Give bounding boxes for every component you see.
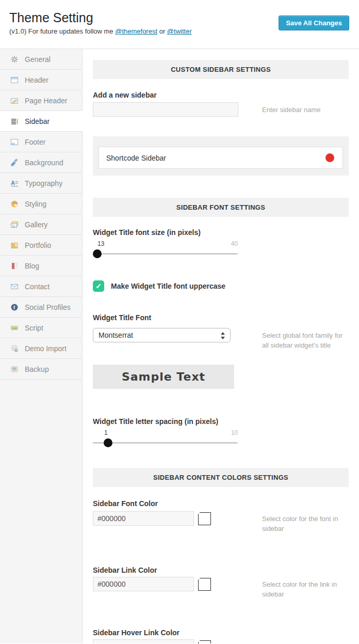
- letter-spacing-label: Widget Title letter spacing (in pixels): [93, 418, 349, 425]
- nav-label: Contact: [25, 282, 50, 291]
- nav-item-social-profiles[interactable]: f Social Profiles: [0, 297, 83, 318]
- nav-label: Sidebar: [25, 117, 50, 125]
- nav-label: General: [25, 55, 51, 64]
- envelope-icon: [10, 282, 19, 291]
- add-sidebar-input[interactable]: [93, 102, 238, 117]
- nav-label: Page Header: [25, 97, 68, 105]
- nav-item-footer[interactable]: Footer: [0, 132, 83, 152]
- font-size-slider-track[interactable]: [93, 253, 238, 255]
- nav-item-background[interactable]: Background: [0, 152, 83, 173]
- sidebar-font-color-hint: Select color for the font in sidebar: [262, 511, 349, 533]
- sidebar-hover-link-color-input[interactable]: [93, 639, 194, 643]
- sidebar-link-color-hint: Select color for the link in sidebar: [262, 577, 349, 599]
- nav-item-contact[interactable]: Contact: [0, 276, 83, 297]
- nav-item-typography[interactable]: A Typography: [0, 173, 83, 194]
- section-sidebar-font-settings: SIDEBAR FONT SETTINGS: [93, 198, 349, 217]
- twitter-link[interactable]: @twitter: [167, 27, 192, 35]
- subtitle-text-middle: or: [157, 27, 167, 35]
- sidebar-font-color-label: Sidebar Font Color: [93, 500, 349, 507]
- page-header: Theme Setting (v1.0) For future updates …: [0, 0, 359, 49]
- database-plus-icon: [10, 344, 19, 353]
- nav-item-page-header[interactable]: Page Header: [0, 90, 83, 111]
- color-picker-button[interactable]: [198, 578, 211, 591]
- sidebar-hover-link-color-hint: Select color for the hover font in sideb…: [262, 639, 349, 643]
- gear-icon: [10, 55, 19, 64]
- nav-label: Footer: [25, 138, 45, 146]
- color-picker-button[interactable]: [198, 640, 211, 644]
- sidebar-name: Shortcode Sidebar: [106, 154, 166, 162]
- sidebar-hover-link-color-label: Sidebar Hover Link Color: [93, 629, 349, 636]
- nav-label: Script: [25, 324, 43, 332]
- sidebar-link-color-input[interactable]: [93, 577, 194, 591]
- font-size-max-value: 40: [231, 240, 238, 247]
- nav-label: Background: [25, 159, 63, 167]
- nav-label: Portfolio: [25, 241, 51, 249]
- social-bubble-icon: f: [10, 303, 19, 311]
- footer-layout-icon: [10, 138, 19, 146]
- nav-label: Typography: [25, 179, 62, 187]
- selected-font: Montserrat: [99, 331, 133, 339]
- themeforest-link[interactable]: @themeforest: [115, 27, 157, 35]
- add-sidebar-hint: Enter sidebar name: [262, 102, 349, 115]
- font-size-slider: 13 40: [93, 240, 238, 259]
- section-custom-sidebar-settings: CUSTOM SIDEBAR SETTINGS: [93, 60, 349, 79]
- nav-item-general[interactable]: General: [0, 49, 83, 70]
- sidebar-list-icon: [10, 117, 19, 125]
- nav-label: Social Profiles: [25, 303, 71, 311]
- font-preview-box: Sample Text: [93, 365, 234, 389]
- letter-spacing-current-value: 1: [104, 429, 108, 436]
- sidebar-list-row: Shortcode Sidebar: [99, 147, 343, 169]
- letter-spacing-slider-track[interactable]: [93, 442, 238, 444]
- font-size-label: Widget Title font size (in pixels): [93, 229, 349, 236]
- widget-title-font-select[interactable]: Montserrat: [93, 328, 231, 342]
- settings-content: CUSTOM SIDEBAR SETTINGS Add a new sideba…: [83, 49, 359, 643]
- folder-icon: [10, 241, 19, 249]
- paint-brush-icon: [10, 159, 19, 167]
- css-tag-icon: css: [10, 324, 19, 332]
- nav-label: Styling: [25, 200, 46, 208]
- section-sidebar-content-colors: SIDEBAR CONTENT COLORS SETTINGS: [93, 468, 349, 487]
- nav-item-gallery[interactable]: Gallery: [0, 214, 83, 235]
- nav-label: Gallery: [25, 221, 47, 229]
- delete-sidebar-button[interactable]: [325, 153, 334, 162]
- nav-item-demo-import[interactable]: Demo Import: [0, 338, 83, 359]
- uppercase-checkbox-label: Make Widget Title font uppercase: [111, 282, 225, 290]
- sidebar-link-color-label: Sidebar Link Color: [93, 567, 349, 574]
- page-edit-icon: [10, 97, 19, 105]
- gallery-icon: [10, 221, 19, 229]
- svg-text:A: A: [11, 180, 15, 186]
- nav-item-blog[interactable]: Blog: [0, 256, 83, 276]
- header-layout-icon: [10, 76, 19, 84]
- widget-title-font-label: Widget Title Font: [93, 314, 349, 321]
- svg-text:css: css: [12, 326, 17, 329]
- nav-label: Backup: [25, 365, 49, 373]
- nav-item-sidebar[interactable]: Sidebar: [0, 111, 83, 132]
- select-arrows-icon: [221, 332, 225, 340]
- uppercase-checkbox[interactable]: [93, 280, 104, 292]
- font-preview-text: Sample Text: [122, 370, 205, 383]
- widget-title-font-hint: Select global font family for all sideba…: [262, 328, 349, 350]
- add-sidebar-label: Add a new sidebar: [93, 91, 349, 99]
- nav-item-backup[interactable]: Backup: [0, 359, 83, 380]
- palette-icon: [10, 200, 19, 208]
- sidebar-list-panel: Shortcode Sidebar: [93, 136, 349, 176]
- nav-item-script[interactable]: css Script: [0, 318, 83, 338]
- sidebar-font-color-input[interactable]: [93, 511, 194, 526]
- subtitle-text: (v1.0) For future updates follow me: [9, 27, 115, 35]
- color-picker-button[interactable]: [198, 512, 211, 525]
- nav-item-portfolio[interactable]: Portfolio: [0, 235, 83, 256]
- save-all-changes-button[interactable]: Save All Changes: [279, 15, 349, 30]
- typography-icon: A: [10, 179, 19, 187]
- letter-spacing-max-value: 10: [231, 429, 238, 436]
- nav-label: Header: [25, 76, 48, 84]
- settings-nav: General Header Page Header Sidebar Foote…: [0, 49, 83, 643]
- nav-item-header[interactable]: Header: [0, 70, 83, 90]
- nav-item-styling[interactable]: Styling: [0, 194, 83, 214]
- letter-spacing-slider: 1 10: [93, 429, 238, 448]
- nav-label: Blog: [25, 262, 39, 270]
- book-icon: [10, 262, 19, 270]
- letter-spacing-slider-thumb[interactable]: [104, 438, 112, 447]
- nav-label: Demo Import: [25, 344, 67, 353]
- font-size-slider-thumb[interactable]: [93, 249, 102, 258]
- font-size-current-value: 13: [97, 240, 104, 247]
